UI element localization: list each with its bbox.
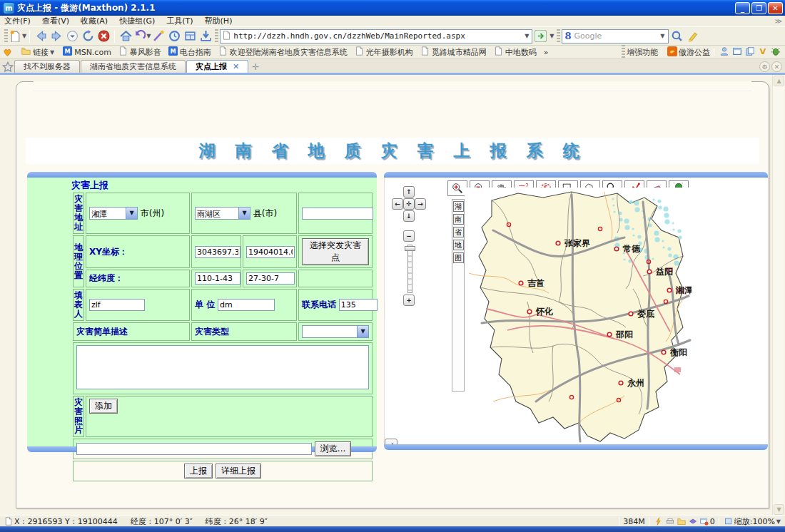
- go-dropdown-icon[interactable]: ▼: [548, 33, 555, 39]
- link-item-1[interactable]: 暴风影音: [118, 46, 161, 58]
- plus-features-button[interactable]: 增强功能: [627, 47, 658, 58]
- pan-left-button[interactable]: ←: [392, 198, 403, 210]
- search-input[interactable]: Google: [574, 31, 659, 41]
- search-button[interactable]: [669, 29, 684, 44]
- snap-tool-button[interactable]: [151, 29, 166, 44]
- history-clock-button[interactable]: [166, 29, 182, 44]
- disaster-type-select[interactable]: ▼: [302, 325, 369, 338]
- capture-button[interactable]: [182, 29, 198, 44]
- zoom-slider-thumb[interactable]: [405, 246, 415, 251]
- search-box[interactable]: 8 Google ▼: [562, 29, 669, 44]
- search-grip[interactable]: [557, 29, 560, 44]
- pan-up-button[interactable]: ↑: [403, 186, 415, 198]
- download-button[interactable]: [198, 29, 213, 44]
- favorites-star-icon[interactable]: [1, 61, 14, 73]
- tab-0[interactable]: 找不到服务器: [14, 60, 80, 73]
- layer-button-3[interactable]: 地: [453, 240, 464, 250]
- new-page-button[interactable]: ▼: [9, 29, 26, 44]
- pan-center-button[interactable]: ✛: [403, 198, 415, 210]
- zoom-level[interactable]: 缩放:100%: [734, 516, 775, 527]
- address-bar[interactable]: http://dzzh.hndh.gov.cn/dzzhWeb/MainRepo…: [220, 29, 532, 44]
- menu-item-1[interactable]: 查看(V): [42, 16, 69, 26]
- y-coordinate-input[interactable]: [246, 246, 295, 258]
- go-button[interactable]: [532, 29, 548, 44]
- close-button[interactable]: ✕: [768, 2, 783, 14]
- browse-button[interactable]: 浏览...: [315, 441, 351, 456]
- history-dropdown-button[interactable]: [64, 29, 80, 44]
- map-canvas[interactable]: 张家界常德益阳吉首怀化娄底湘潭邵阳衡阳永州: [465, 188, 692, 444]
- bug-icon[interactable]: [769, 46, 782, 58]
- lightning-icon[interactable]: [654, 517, 663, 526]
- link-item-4[interactable]: 光年摄影机构: [355, 46, 413, 58]
- highlighter-button[interactable]: [684, 29, 700, 44]
- zoom-out-step-button[interactable]: −: [403, 230, 415, 242]
- user-icon[interactable]: [718, 46, 731, 58]
- latitude-input[interactable]: [246, 272, 295, 285]
- unit-input[interactable]: [218, 299, 275, 311]
- link-item-6[interactable]: 中地数码: [494, 46, 537, 58]
- links-overflow-button[interactable]: »: [544, 48, 549, 57]
- trophy-icon[interactable]: V: [756, 46, 769, 58]
- scroll-up-icon[interactable]: ▲: [774, 76, 784, 86]
- link-item-3[interactable]: 欢迎登陆湖南省地质灾害信息系统: [218, 46, 348, 58]
- link-item-5[interactable]: 觅路城市精品网: [420, 46, 487, 58]
- menu-item-0[interactable]: 文件(F): [4, 16, 31, 26]
- menu-item-2[interactable]: 收藏(A): [81, 16, 108, 26]
- menu-item-3[interactable]: 快捷组(G): [119, 16, 155, 26]
- minimize-button[interactable]: _: [735, 2, 750, 14]
- zoom-in-step-button[interactable]: +: [403, 295, 415, 306]
- zoom-slider-track[interactable]: [407, 245, 412, 293]
- detail-submit-button[interactable]: 详细上报: [216, 464, 261, 479]
- links-folder-button[interactable]: 链接 ▼: [21, 46, 56, 58]
- new-window-icon[interactable]: [731, 46, 744, 58]
- link-item-0[interactable]: MMSN.com: [63, 46, 111, 58]
- zoom-dropdown-icon[interactable]: ▼: [775, 518, 782, 525]
- toolbar-grip[interactable]: [4, 29, 8, 44]
- popup-blocker-icon[interactable]: [700, 517, 709, 526]
- back-button[interactable]: [33, 29, 49, 44]
- longitude-input[interactable]: [195, 272, 240, 285]
- restore-button[interactable]: ❐: [751, 2, 766, 14]
- expand-panel-button[interactable]: →: [385, 439, 397, 444]
- link-item-2[interactable]: M电台指南: [168, 46, 211, 58]
- tab-close-all-icon[interactable]: ✕: [771, 61, 782, 72]
- new-tab-button[interactable]: ✛: [249, 61, 262, 73]
- pages-icon[interactable]: [744, 46, 756, 58]
- vertical-scrollbar[interactable]: ▲ ▼: [772, 75, 784, 516]
- home-button[interactable]: [118, 29, 133, 44]
- forward-button[interactable]: [49, 29, 64, 44]
- phone-input[interactable]: [339, 299, 378, 311]
- urlbar-grip[interactable]: [215, 29, 218, 44]
- tab-2[interactable]: 灾点上报✕: [186, 60, 248, 73]
- layer-button-1[interactable]: 南: [453, 214, 464, 225]
- search-engine-dropdown-icon[interactable]: ▼: [659, 33, 666, 39]
- page-zoom-icon[interactable]: [724, 517, 733, 526]
- menu-item-4[interactable]: 工具(T): [166, 16, 193, 26]
- menu-overflow-icon[interactable]: ≫: [775, 17, 782, 25]
- x-coordinate-input[interactable]: [195, 246, 240, 258]
- charity-button[interactable]: 傲游公益: [666, 46, 710, 58]
- county-select[interactable]: 雨湖区▼: [195, 207, 250, 220]
- refresh-button[interactable]: [80, 29, 96, 44]
- scroll-down-icon[interactable]: ▼: [774, 504, 784, 515]
- pick-disaster-point-button[interactable]: 选择突发灾害点: [302, 238, 369, 265]
- photo-file-input[interactable]: [76, 443, 312, 455]
- proxy-icon[interactable]: [666, 517, 674, 526]
- menu-item-5[interactable]: 帮助(H): [205, 16, 233, 26]
- tab-close-icon[interactable]: ✕: [233, 62, 239, 71]
- url-dropdown-icon[interactable]: ▼: [523, 33, 530, 39]
- pan-down-button[interactable]: ↓: [403, 210, 415, 222]
- url-input[interactable]: http://dzzh.hndh.gov.cn/dzzhWeb/MainRepo…: [233, 31, 523, 41]
- tab-settings-wrench-icon[interactable]: ⚙: [759, 61, 770, 72]
- layer-button-2[interactable]: 省: [453, 227, 464, 237]
- layer-button-0[interactable]: 湖: [453, 201, 464, 212]
- pan-right-button[interactable]: →: [415, 198, 426, 210]
- add-photo-button[interactable]: 添加: [89, 399, 118, 414]
- description-textarea[interactable]: [76, 345, 369, 389]
- plugin-icon[interactable]: [689, 517, 697, 526]
- undo-button[interactable]: ▼: [133, 29, 151, 44]
- reporter-name-input[interactable]: [89, 299, 145, 311]
- favorites-heart-icon[interactable]: [3, 48, 14, 57]
- submit-button[interactable]: 上报: [184, 464, 213, 479]
- stop-button[interactable]: [96, 29, 111, 44]
